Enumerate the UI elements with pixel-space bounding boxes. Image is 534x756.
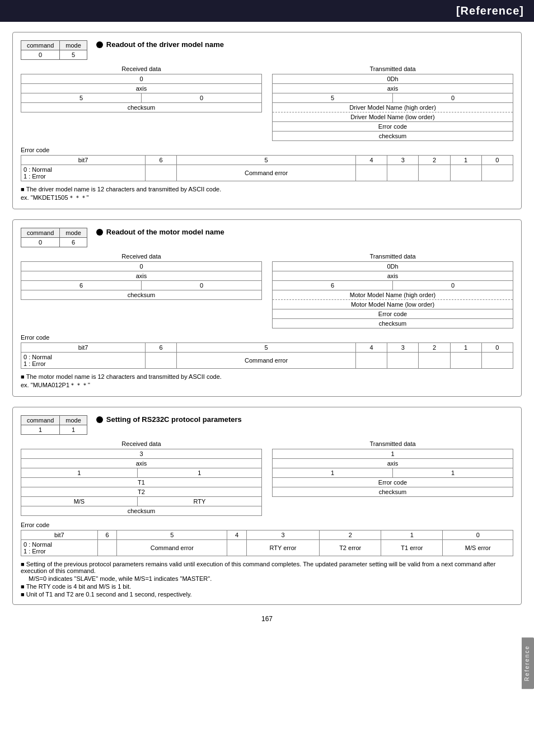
received-title-1: Received data <box>21 65 262 72</box>
error-table-3: bit76543210 0 : Normal1 : Error Command … <box>21 530 513 556</box>
cmd-mode-table-1: command mode 0 5 <box>21 40 87 60</box>
table-row: checksum <box>21 103 262 112</box>
section-title-1: Readout of the driver model name <box>96 40 224 49</box>
bullet-icon-1 <box>96 41 103 48</box>
table-row: Driver Model Name (high order) <box>273 103 513 112</box>
table-row: 11 <box>21 468 262 478</box>
transmitted-table-3: 1 axis 11 Error code checksum <box>272 449 513 497</box>
table-row: bit76543210 <box>21 156 513 165</box>
table-row: T1 <box>21 478 262 487</box>
note-1-2: ex. "MKDET1505＊＊＊" <box>21 194 513 202</box>
section-title-text-2: Readout of the motor model name <box>106 228 224 236</box>
table-row: 0Dh <box>273 74 513 84</box>
table-row: 0Dh <box>273 262 513 271</box>
bullet-icon-3 <box>96 416 103 423</box>
mode-val-3: 1 <box>60 425 87 435</box>
table-row: checksum <box>273 319 513 328</box>
table-row: 0 : Normal1 : Error Command error <box>21 165 513 181</box>
table-row: axis <box>273 84 513 93</box>
note-2-2: ex. "MUMA012P1＊＊＊" <box>21 381 513 389</box>
error-label-1: Error code <box>21 147 513 153</box>
received-block-1: Received data 0 axis 50 checksum <box>21 65 262 141</box>
notes-2: The motor model name is 12 characters an… <box>21 373 513 389</box>
table-row: Driver Model Name (low order) <box>273 112 513 122</box>
cmd-label-1: command <box>21 41 60 50</box>
table-row: Error code <box>273 122 513 132</box>
table-row: bit76543210 <box>21 530 513 540</box>
transmitted-block-2: Transmitted data 0Dh axis 60 Motor Model… <box>272 253 513 328</box>
side-tab: Reference <box>522 637 534 689</box>
received-block-2: Received data 0 axis 60 checksum <box>21 253 262 328</box>
table-row: 0 <box>21 262 262 271</box>
table-row: Error code <box>273 309 513 319</box>
cmd-mode-table-2: command mode 0 6 <box>21 228 87 247</box>
table-row: bit76543210 <box>21 343 513 353</box>
transmitted-title-2: Transmitted data <box>272 253 513 260</box>
table-row: Error code <box>273 478 513 487</box>
section-title-text-1: Readout of the driver model name <box>106 40 224 49</box>
cmd-label-2: command <box>21 228 60 238</box>
section-title-3: Setting of RS232C protocol parameters <box>96 415 242 424</box>
received-table-1: 0 axis 50 checksum <box>21 74 262 112</box>
error-table-1: bit76543210 0 : Normal1 : Error Command … <box>21 155 513 181</box>
page-content: command mode 0 5 Readout of the driver m… <box>0 22 534 633</box>
header-title: [Reference] <box>456 4 524 17</box>
page-number-text: 167 <box>261 615 273 623</box>
table-row: 0 <box>21 74 262 84</box>
cmd-mode-row-1: command mode 0 5 Readout of the driver m… <box>21 40 513 60</box>
error-table-2: bit76543210 0 : Normal1 : Error Command … <box>21 342 513 369</box>
cmd-val-3: 1 <box>21 425 60 435</box>
section-motor-model: command mode 0 6 Readout of the motor mo… <box>12 219 522 397</box>
table-row: 3 <box>21 449 262 459</box>
note-3-1: Setting of the previous protocol paramet… <box>21 561 513 574</box>
table-row: checksum <box>273 487 513 497</box>
table-row: checksum <box>273 132 513 141</box>
mode-label-1: mode <box>60 41 87 50</box>
note-3-3: The RTY code is 4 bit and M/S is 1 bit. <box>21 583 513 590</box>
section-title-2: Readout of the motor model name <box>96 228 224 236</box>
table-row: axis <box>273 271 513 281</box>
mode-label-2: mode <box>60 228 87 238</box>
data-tables-1: Received data 0 axis 50 checksum Transmi… <box>21 65 513 141</box>
error-label-2: Error code <box>21 334 513 341</box>
received-title-3: Received data <box>21 440 262 447</box>
transmitted-table-2: 0Dh axis 60 Motor Model Name (high order… <box>272 261 513 328</box>
table-row: M/SRTY <box>21 497 262 506</box>
section-title-text-3: Setting of RS232C protocol parameters <box>106 415 242 424</box>
note-3-2: M/S=0 indicates "SLAVE" mode, while M/S=… <box>29 575 513 582</box>
table-row: axis <box>21 84 262 93</box>
transmitted-block-1: Transmitted data 0Dh axis 50 Driver Mode… <box>272 65 513 141</box>
table-row: axis <box>21 271 262 281</box>
notes-3: Setting of the previous protocol paramet… <box>21 561 513 598</box>
section-rs232c: command mode 1 1 Setting of RS232C proto… <box>12 407 522 605</box>
cmd-val-1: 0 <box>21 50 60 60</box>
mode-label-3: mode <box>60 416 87 425</box>
mode-val-2: 6 <box>60 238 87 247</box>
note-2-1: The motor model name is 12 characters an… <box>21 373 513 380</box>
side-tab-text: Reference <box>524 645 530 681</box>
error-section-3: Error code bit76543210 0 : Normal1 : Err… <box>21 522 513 556</box>
transmitted-block-3: Transmitted data 1 axis 11 Error code ch… <box>272 440 513 516</box>
cmd-mode-row-2: command mode 0 6 Readout of the motor mo… <box>21 228 513 247</box>
table-row: 11 <box>273 468 513 478</box>
page-header: [Reference] <box>0 0 534 22</box>
data-tables-2: Received data 0 axis 60 checksum Transmi… <box>21 253 513 328</box>
table-row: 1 <box>273 449 513 459</box>
data-tables-3: Received data 3 axis 11 T1 T2 M/SRTY che… <box>21 440 513 516</box>
table-row: 0 : Normal1 : Error Command error RTY er… <box>21 540 513 556</box>
error-section-2: Error code bit76543210 0 : Normal1 : Err… <box>21 334 513 369</box>
error-section-1: Error code bit76543210 0 : Normal1 : Err… <box>21 147 513 181</box>
table-row: checksum <box>21 290 262 300</box>
section-driver-model: command mode 0 5 Readout of the driver m… <box>12 32 522 209</box>
table-row: Motor Model Name (high order) <box>273 290 513 300</box>
table-row: 60 <box>273 281 513 290</box>
page-number: 167 <box>12 615 522 623</box>
received-table-3: 3 axis 11 T1 T2 M/SRTY checksum <box>21 449 262 516</box>
mode-val-1: 5 <box>60 50 87 60</box>
received-block-3: Received data 3 axis 11 T1 T2 M/SRTY che… <box>21 440 262 516</box>
table-row: Motor Model Name (low order) <box>273 300 513 309</box>
note-1-1: The driver model name is 12 characters a… <box>21 186 513 192</box>
table-row: checksum <box>21 506 262 516</box>
received-title-2: Received data <box>21 253 262 260</box>
received-table-2: 0 axis 60 checksum <box>21 261 262 300</box>
